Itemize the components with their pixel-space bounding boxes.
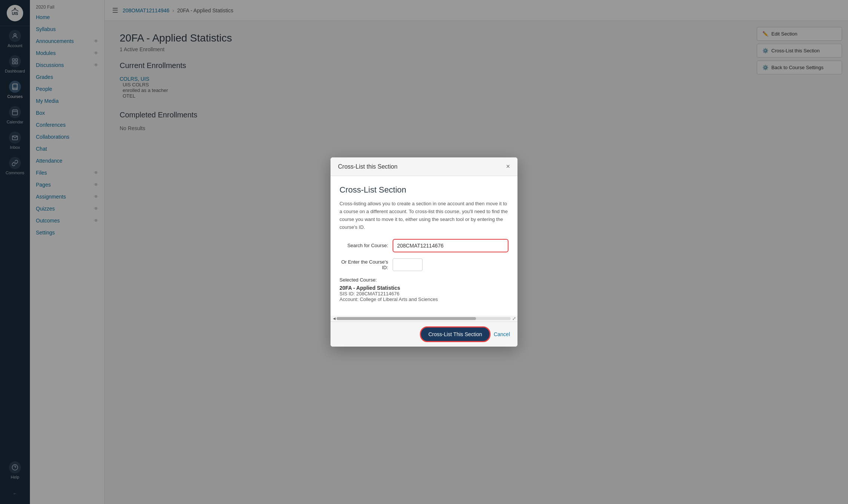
modal-footer-actions: Cross-List This Section Cancel <box>420 326 510 342</box>
cancel-button[interactable]: Cancel <box>494 331 510 337</box>
course-id-label: Or Enter the Course's ID: <box>339 259 388 270</box>
selected-course-label: Selected Course: <box>339 277 509 283</box>
selected-course-name: 20FA - Applied Statistics <box>339 285 509 291</box>
cross-list-this-section-button[interactable]: Cross-List This Section <box>420 326 491 342</box>
modal-header-title: Cross-List this Section <box>338 163 397 170</box>
scrollbar-track[interactable] <box>337 317 511 320</box>
cross-list-modal: Cross-List this Section × Cross-List Sec… <box>331 157 517 346</box>
scroll-right-icon[interactable]: ⤢ <box>512 316 516 321</box>
modal-close-button[interactable]: × <box>506 163 510 170</box>
modal-section-title: Cross-List Section <box>339 185 509 195</box>
scroll-left-icon[interactable]: ◄ <box>332 316 337 321</box>
scrollbar-thumb <box>337 317 476 320</box>
search-course-label: Search for Course: <box>339 243 388 248</box>
course-id-input[interactable] <box>393 258 423 271</box>
modal-header: Cross-List this Section × <box>331 157 517 176</box>
search-course-field: Search for Course: <box>339 239 509 252</box>
selected-course-account: Account: College of Liberal Arts and Sci… <box>339 296 509 302</box>
search-course-input[interactable] <box>393 239 509 252</box>
modal-body: Cross-List Section Cross-listing allows … <box>331 176 517 315</box>
modal-overlay: Cross-List this Section × Cross-List Sec… <box>0 0 848 504</box>
selected-course-sis: SIS ID: 208CMAT12114676 <box>339 291 509 296</box>
selected-course-section: Selected Course: 20FA - Applied Statisti… <box>339 277 509 307</box>
modal-description: Cross-listing allows you to create a sec… <box>339 200 509 231</box>
modal-scrollbar[interactable]: ◄ ⤢ <box>331 316 517 322</box>
course-id-field: Or Enter the Course's ID: <box>339 258 509 271</box>
modal-footer: Cross-List This Section Cancel <box>331 322 517 347</box>
